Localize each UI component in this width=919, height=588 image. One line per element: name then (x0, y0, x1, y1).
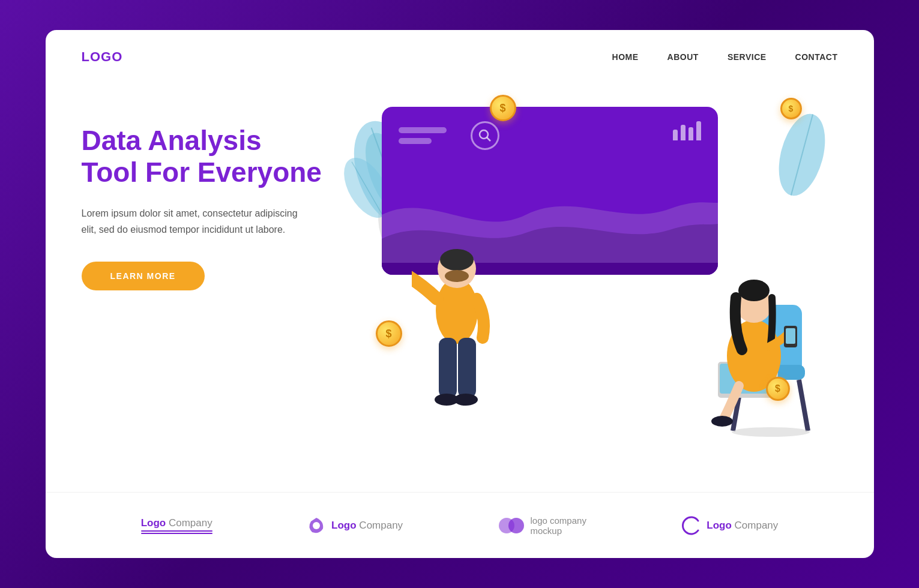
logo: LOGO (82, 49, 123, 65)
coin-top-center: $ (490, 95, 516, 121)
card-line-2 (399, 138, 432, 144)
svg-rect-33 (786, 328, 795, 344)
hero-illustration: $ $ $ $ (334, 101, 838, 437)
woman-chair-figure (682, 245, 826, 437)
nav-contact[interactable]: CONTACT (795, 52, 838, 62)
hero-title: Data AnalysisTool For Everyone (82, 125, 334, 188)
hero-left: Data AnalysisTool For Everyone Lorem ips… (82, 101, 334, 290)
header: LOGO HOME ABOUT SERVICE CONTACT (46, 30, 874, 65)
svg-point-15 (445, 270, 469, 282)
footer-logo-4-text: Logo Company (707, 520, 778, 532)
navigation: HOME ABOUT SERVICE CONTACT (612, 52, 838, 62)
hero-section: Data AnalysisTool For Everyone Lorem ips… (46, 65, 874, 437)
card-lines (399, 127, 447, 144)
logo-3-icon (498, 517, 525, 535)
footer-logo-3: logo company mockup (498, 515, 586, 536)
svg-line-10 (487, 137, 490, 141)
svg-rect-17 (439, 338, 457, 398)
card-line-1 (399, 127, 447, 133)
footer-logo-2: Logo Company (307, 517, 403, 535)
svg-point-30 (738, 280, 770, 301)
logo-4-icon (681, 516, 701, 535)
svg-point-14 (440, 249, 474, 271)
coin-middle-left: $ (376, 320, 402, 347)
svg-point-34 (313, 522, 320, 529)
footer-logo-1-text: Logo Company (141, 517, 212, 529)
learn-more-button[interactable]: LEARN MORE (82, 262, 205, 290)
nav-about[interactable]: ABOUT (667, 52, 699, 62)
svg-line-24 (799, 380, 808, 431)
footer-logos: Logo Company Logo Company logo company (46, 492, 874, 558)
coin-top-right: $ (780, 98, 802, 119)
hero-description: Lorem ipsum dolor sit amet, consectetur … (82, 205, 310, 238)
nav-service[interactable]: SERVICE (728, 52, 767, 62)
nav-home[interactable]: HOME (612, 52, 639, 62)
search-icon (471, 121, 499, 150)
coin-bottom-right: $ (766, 377, 790, 401)
svg-point-20 (454, 394, 478, 406)
bar-chart-icon (673, 121, 701, 140)
logo-2-icon (307, 517, 325, 535)
svg-rect-18 (458, 338, 476, 398)
svg-point-31 (711, 416, 733, 427)
svg-point-36 (508, 518, 524, 533)
svg-point-25 (732, 427, 810, 437)
main-container: LOGO HOME ABOUT SERVICE CONTACT Data Ana… (46, 30, 874, 558)
footer-logo-2-text: Logo Company (331, 520, 403, 532)
footer-logo-1: Logo Company (141, 517, 212, 534)
footer-logo-4: Logo Company (681, 516, 778, 535)
man-figure (412, 233, 508, 437)
leaf-blue-right (772, 107, 832, 203)
svg-point-9 (480, 130, 488, 139)
